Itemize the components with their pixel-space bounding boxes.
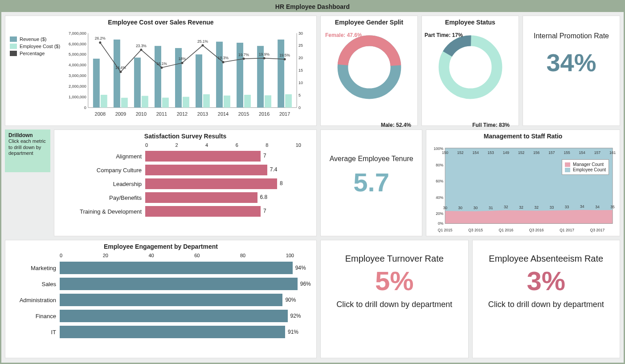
svg-rect-27 [183,97,189,108]
engagement-row[interactable]: Sales96% [10,278,307,290]
svg-text:5,000,000: 5,000,000 [69,52,86,57]
svg-text:30: 30 [458,206,462,210]
svg-text:40%: 40% [436,195,444,200]
kpi-title: Average Employee Tenure [321,155,422,163]
svg-text:157: 157 [594,150,600,155]
svg-text:10: 10 [298,81,303,85]
svg-text:4,000,000: 4,000,000 [69,63,86,67]
satisfaction-label: Pay/Benefits [61,194,145,201]
svg-text:2,000,000: 2,000,000 [69,84,86,89]
legend-employee: Employee Count [573,167,606,172]
cost-chart-svg: 0 1,000,000 2,000,000 3,000,000 4,000,00… [63,27,312,124]
svg-text:2013: 2013 [197,111,208,117]
svg-text:32: 32 [519,205,523,210]
chart-management-ratio[interactable]: Management to Staff Ratio Manager Count … [426,129,620,236]
svg-text:19.7%: 19.7% [238,53,249,57]
svg-text:33: 33 [550,205,554,210]
drilldown-title: Drilldown [8,132,33,138]
svg-text:2011: 2011 [156,111,167,117]
svg-point-41 [160,66,163,69]
engagement-label: IT [10,329,60,336]
svg-text:157: 157 [549,150,555,155]
kpi-sub: Click to drill down by department [321,300,468,309]
svg-text:15: 15 [298,68,303,73]
svg-text:1,000,000: 1,000,000 [69,95,86,99]
drilldown-text: Click each metric to drill down by depar… [8,138,46,155]
kpi-value: 3% [473,266,620,296]
engagement-row[interactable]: IT91% [10,326,307,338]
svg-text:0: 0 [298,105,301,110]
svg-text:Q3 2016: Q3 2016 [529,227,544,232]
gender-donut [331,29,407,105]
svg-text:155: 155 [564,150,570,155]
svg-rect-28 [196,54,202,107]
svg-text:152: 152 [458,150,464,155]
ratio-svg: 100% 80% 60% 40% 20% 0% 1501521541531491… [430,143,616,234]
svg-rect-31 [224,96,230,108]
chart-cost-over-revenue[interactable]: Employee Cost over Sales Revenue Revenue… [5,16,317,126]
svg-text:6,000,000: 6,000,000 [69,41,86,46]
chart-title: Employee Cost over Sales Revenue [5,16,316,27]
kpi-value: 5% [321,266,468,296]
svg-text:18%: 18% [178,57,186,61]
engagement-label: Marketing [10,265,60,271]
engagement-axis: 020406080100 [60,253,294,258]
row2-left-wrap: Drilldown Click each metric to drill dow… [5,129,317,236]
engagement-row[interactable]: Administration90% [10,294,307,306]
engagement-row[interactable]: Finance92% [10,310,307,322]
svg-text:32: 32 [535,205,539,210]
legend-manager: Manager Count [573,162,604,167]
svg-text:0: 0 [84,105,86,110]
svg-text:154: 154 [473,150,479,155]
engagement-label: Sales [10,281,60,287]
legend-revenue: Revenue ($) [20,36,47,42]
kpi-promotion-rate[interactable]: Internal Promotion Rate 34% [523,16,620,126]
chart-engagement[interactable]: Employee Engagement by Department 020406… [5,240,317,358]
legend-cost: Employee Cost ($) [20,44,60,49]
svg-text:2008: 2008 [95,111,106,117]
gender-male-label: Male: 52.4% [381,122,411,128]
svg-text:Q3 2015: Q3 2015 [468,227,483,232]
svg-text:30: 30 [298,31,303,35]
row3-right: Employee Turnover Rate 5% Click to drill… [320,240,620,358]
svg-point-47 [284,58,286,60]
svg-text:19.9%: 19.9% [259,52,270,56]
svg-text:20%: 20% [436,211,444,216]
svg-rect-23 [142,96,148,107]
kpi-turnover[interactable]: Employee Turnover Rate 5% Click to drill… [320,240,469,358]
svg-point-43 [201,44,204,46]
chart-title: Employee Engagement by Department [5,240,316,251]
satisfaction-axis: 0246810 [145,142,301,148]
svg-point-38 [99,41,101,44]
satisfaction-row[interactable]: Alignment7 [61,151,310,162]
satisfaction-row[interactable]: Company Culture7.4 [61,165,310,175]
chart-gender-split[interactable]: Employee Gender Split Female: 47.6% Male… [320,16,418,126]
svg-text:25: 25 [298,43,303,47]
chart-employee-status[interactable]: Employee Status Part Time: 17% Full Time… [421,16,519,126]
svg-text:7,000,000: 7,000,000 [69,31,86,35]
svg-text:3,000,000: 3,000,000 [69,73,86,78]
svg-text:30: 30 [443,205,447,210]
kpi-tenure[interactable]: Average Employee Tenure 5.7 [320,129,422,236]
svg-text:26.2%: 26.2% [95,36,106,40]
svg-text:30: 30 [474,206,478,210]
chart-satisfaction[interactable]: Satisfaction Survey Results 0246810 Alig… [54,129,317,236]
svg-text:34: 34 [580,204,584,209]
svg-rect-29 [203,94,210,108]
cost-chart-body: Revenue ($) Employee Cost ($) Percentage… [5,27,316,125]
satisfaction-row[interactable]: Leadership8 [61,178,310,189]
engagement-label: Finance [10,313,60,320]
svg-text:161: 161 [609,150,616,155]
svg-rect-36 [278,40,284,108]
satisfaction-row[interactable]: Pay/Benefits6.8 [61,192,310,203]
satisfaction-label: Leadership [61,181,145,187]
kpi-absenteeism[interactable]: Employee Absenteeism Rate 3% Click to dr… [472,240,621,358]
svg-text:33: 33 [565,205,569,210]
svg-text:16.1%: 16.1% [156,61,167,66]
svg-text:153: 153 [488,150,494,155]
engagement-row[interactable]: Marketing94% [10,262,307,274]
legend-percentage: Percentage [20,51,45,56]
svg-rect-35 [265,95,271,107]
satisfaction-label: Company Culture [61,167,145,174]
satisfaction-row[interactable]: Training & Development7 [61,206,310,217]
